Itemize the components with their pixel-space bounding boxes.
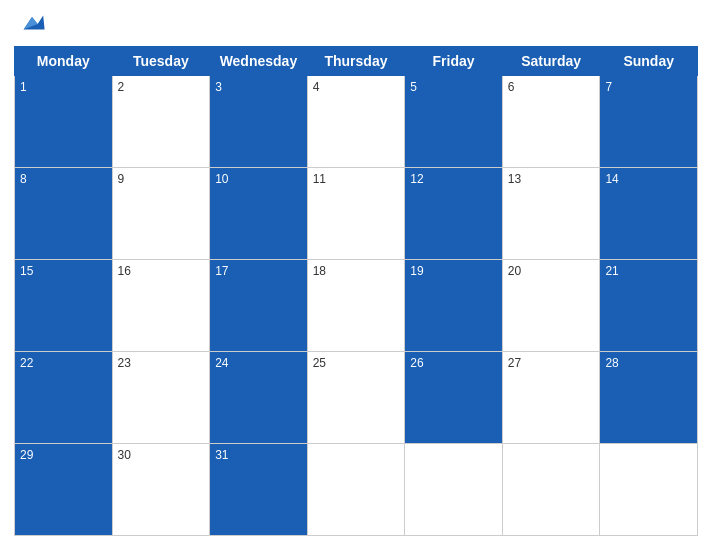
day-number: 2 — [118, 80, 125, 94]
weekday-header-friday: Friday — [405, 47, 503, 76]
day-cell: 24 — [210, 352, 308, 444]
day-number: 15 — [20, 264, 33, 278]
day-cell: 17 — [210, 260, 308, 352]
day-cell: 13 — [502, 168, 600, 260]
day-cell: 6 — [502, 76, 600, 168]
day-number: 5 — [410, 80, 417, 94]
day-number: 1 — [20, 80, 27, 94]
weekday-header-tuesday: Tuesday — [112, 47, 210, 76]
day-cell: 4 — [307, 76, 405, 168]
day-number: 19 — [410, 264, 423, 278]
week-row-2: 891011121314 — [15, 168, 698, 260]
day-number: 16 — [118, 264, 131, 278]
day-cell: 5 — [405, 76, 503, 168]
day-cell: 19 — [405, 260, 503, 352]
day-cell: 16 — [112, 260, 210, 352]
day-number: 22 — [20, 356, 33, 370]
day-number: 24 — [215, 356, 228, 370]
day-cell: 8 — [15, 168, 113, 260]
week-row-5: 293031 — [15, 444, 698, 536]
weekday-header-row: MondayTuesdayWednesdayThursdayFridaySatu… — [15, 47, 698, 76]
day-number: 25 — [313, 356, 326, 370]
day-cell — [307, 444, 405, 536]
day-cell: 1 — [15, 76, 113, 168]
calendar-table: MondayTuesdayWednesdayThursdayFridaySatu… — [14, 46, 698, 536]
day-cell: 31 — [210, 444, 308, 536]
week-row-4: 22232425262728 — [15, 352, 698, 444]
day-number: 23 — [118, 356, 131, 370]
day-cell: 22 — [15, 352, 113, 444]
day-number: 30 — [118, 448, 131, 462]
day-number: 8 — [20, 172, 27, 186]
day-number: 12 — [410, 172, 423, 186]
week-row-3: 15161718192021 — [15, 260, 698, 352]
day-number: 4 — [313, 80, 320, 94]
day-number: 29 — [20, 448, 33, 462]
day-cell: 18 — [307, 260, 405, 352]
day-cell — [600, 444, 698, 536]
day-number: 18 — [313, 264, 326, 278]
day-number: 26 — [410, 356, 423, 370]
day-cell: 7 — [600, 76, 698, 168]
day-cell: 30 — [112, 444, 210, 536]
day-number: 20 — [508, 264, 521, 278]
day-number: 10 — [215, 172, 228, 186]
day-cell: 25 — [307, 352, 405, 444]
week-row-1: 1234567 — [15, 76, 698, 168]
day-cell: 26 — [405, 352, 503, 444]
day-cell: 3 — [210, 76, 308, 168]
logo-bird-icon — [18, 10, 46, 38]
day-cell: 21 — [600, 260, 698, 352]
day-number: 21 — [605, 264, 618, 278]
day-number: 27 — [508, 356, 521, 370]
day-cell: 2 — [112, 76, 210, 168]
day-cell: 28 — [600, 352, 698, 444]
day-number: 17 — [215, 264, 228, 278]
logo — [18, 10, 50, 38]
day-number: 31 — [215, 448, 228, 462]
day-cell: 10 — [210, 168, 308, 260]
day-number: 13 — [508, 172, 521, 186]
day-cell: 27 — [502, 352, 600, 444]
day-number: 6 — [508, 80, 515, 94]
weekday-header-saturday: Saturday — [502, 47, 600, 76]
day-number: 3 — [215, 80, 222, 94]
weekday-header-sunday: Sunday — [600, 47, 698, 76]
day-cell: 12 — [405, 168, 503, 260]
day-number: 11 — [313, 172, 326, 186]
weekday-header-wednesday: Wednesday — [210, 47, 308, 76]
day-number: 9 — [118, 172, 125, 186]
day-cell: 23 — [112, 352, 210, 444]
day-number: 28 — [605, 356, 618, 370]
day-cell: 9 — [112, 168, 210, 260]
day-cell: 11 — [307, 168, 405, 260]
weekday-header-thursday: Thursday — [307, 47, 405, 76]
day-number: 7 — [605, 80, 612, 94]
calendar-header — [14, 10, 698, 38]
day-number: 14 — [605, 172, 618, 186]
day-cell: 15 — [15, 260, 113, 352]
day-cell — [502, 444, 600, 536]
day-cell: 29 — [15, 444, 113, 536]
day-cell — [405, 444, 503, 536]
day-cell: 20 — [502, 260, 600, 352]
calendar-container: MondayTuesdayWednesdayThursdayFridaySatu… — [0, 0, 712, 550]
day-cell: 14 — [600, 168, 698, 260]
weekday-header-monday: Monday — [15, 47, 113, 76]
